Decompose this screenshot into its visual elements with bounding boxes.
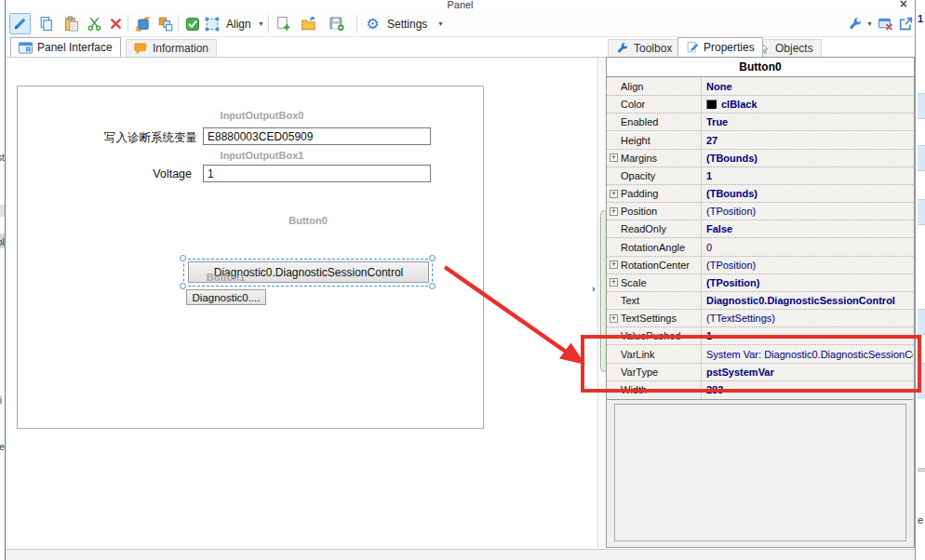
settings-dropdown[interactable]: Settings xyxy=(387,18,427,31)
property-row-color[interactable]: + Color clBlack xyxy=(607,96,913,113)
save-button[interactable] xyxy=(326,13,347,34)
expand-plus-icon[interactable]: + xyxy=(610,153,618,162)
property-label: Align xyxy=(621,81,643,92)
selection-handle[interactable] xyxy=(429,255,436,261)
expand-plus-icon[interactable]: + xyxy=(610,190,618,198)
property-value[interactable]: 1 xyxy=(706,330,712,341)
property-row-text[interactable]: + Text Diagnostic0.DiagnosticSessionCont… xyxy=(607,292,913,310)
property-label: Height xyxy=(621,135,650,146)
copy-button[interactable] xyxy=(35,13,57,34)
design-canvas[interactable]: InputOutputBox0 写入诊断系统变量 InputOutputBox1… xyxy=(17,86,484,429)
property-row-position[interactable]: + Position (TPosition) xyxy=(607,203,913,220)
property-value[interactable]: 0 xyxy=(706,242,712,253)
control-name-label: Button0 xyxy=(183,215,433,226)
wrench-icon xyxy=(848,17,863,32)
property-value[interactable]: (TTextSettings) xyxy=(706,313,775,324)
property-value[interactable]: Diagnostic0.DiagnosticSessionControl xyxy=(706,295,895,306)
paste-button[interactable] xyxy=(60,13,82,34)
selection-handle[interactable] xyxy=(180,283,186,289)
align-caret-icon[interactable]: ▼ xyxy=(258,20,264,27)
check-toggle-button[interactable] xyxy=(181,13,203,34)
new-page-plus-icon xyxy=(275,16,291,32)
splitter-collapse-icon[interactable]: › xyxy=(592,283,596,294)
window-titlebar[interactable]: Panel × xyxy=(6,0,915,11)
property-value[interactable]: True xyxy=(706,116,728,127)
close-button[interactable]: × xyxy=(900,0,907,10)
toolbar-separator xyxy=(356,15,357,33)
property-value[interactable]: 283 xyxy=(706,384,723,395)
io-box0-input[interactable] xyxy=(203,127,431,145)
properties-page-icon xyxy=(686,41,699,54)
property-value[interactable]: 27 xyxy=(706,135,717,146)
property-row-valuepushed[interactable]: + ValuePushed 1 xyxy=(607,327,913,345)
expand-plus-icon[interactable]: + xyxy=(610,278,618,287)
expand-plus-icon[interactable]: + xyxy=(610,207,618,216)
screenshot-root: { "window": { "title": "Panel", "close_g… xyxy=(0,0,925,560)
property-value[interactable]: (TPosition) xyxy=(706,260,756,271)
property-label: ReadOnly xyxy=(621,223,666,234)
align-dropdown[interactable]: Align xyxy=(226,18,251,31)
align-frame-button[interactable] xyxy=(203,13,221,34)
background-cell xyxy=(918,468,925,472)
property-row-textsettings[interactable]: + TextSettings (TTextSettings) xyxy=(607,310,913,327)
property-value[interactable]: (TPosition) xyxy=(706,206,756,217)
property-value[interactable]: 1 xyxy=(706,170,712,181)
property-label: Margins xyxy=(621,153,657,164)
property-value[interactable]: clBlack xyxy=(721,99,757,110)
property-row-opacity[interactable]: + Opacity 1 xyxy=(607,167,913,185)
designer-area[interactable]: InputOutputBox0 写入诊断系统变量 InputOutputBox1… xyxy=(8,58,593,549)
property-row-vartype[interactable]: + VarType pstSystemVar xyxy=(607,364,913,381)
io-box1-input[interactable] xyxy=(203,165,431,182)
close-panel-button[interactable] xyxy=(875,13,896,34)
property-row-height[interactable]: + Height 27 xyxy=(607,131,913,149)
bring-to-front-button[interactable] xyxy=(132,13,154,34)
tools-caret-icon[interactable]: ▼ xyxy=(866,20,873,27)
property-value[interactable]: (TBounds) xyxy=(706,153,757,164)
tab-toolbox[interactable]: Toolbox xyxy=(608,39,680,57)
property-row-align[interactable]: + Align None xyxy=(607,78,913,96)
property-label: VarLink xyxy=(621,349,654,360)
property-row-varlink[interactable]: + VarLink System Var: Diagnostic0.Diagno… xyxy=(607,345,913,363)
open-external-button[interactable] xyxy=(895,13,917,34)
property-label: Width xyxy=(621,384,647,395)
color-swatch xyxy=(706,100,717,110)
property-label: Position xyxy=(621,206,657,217)
property-label: Color xyxy=(621,99,645,110)
property-label: Scale xyxy=(621,277,647,288)
property-value[interactable]: (TBounds) xyxy=(706,188,757,199)
property-row-rotationcenter[interactable]: + RotationCenter (TPosition) xyxy=(607,257,913,274)
property-value[interactable]: None xyxy=(706,81,732,92)
property-value[interactable]: (TPosition) xyxy=(706,277,759,288)
property-row-margins[interactable]: + Margins (TBounds) xyxy=(607,150,913,167)
button1-control[interactable]: Diagnostic0.... xyxy=(186,289,266,305)
tab-panel-interface[interactable]: Panel Interface xyxy=(10,37,121,57)
tools-wrench-button[interactable] xyxy=(846,13,865,34)
open-button[interactable] xyxy=(298,13,319,34)
add-panel-button[interactable] xyxy=(273,13,294,34)
selection-handle[interactable] xyxy=(429,283,436,289)
settings-caret-icon[interactable]: ▼ xyxy=(437,20,444,27)
edit-mode-button[interactable] xyxy=(9,13,31,34)
background-cell xyxy=(918,309,925,335)
delete-button[interactable] xyxy=(105,13,127,34)
send-to-back-button[interactable] xyxy=(154,13,176,34)
expand-plus-icon[interactable]: + xyxy=(610,314,618,323)
property-row-readonly[interactable]: + ReadOnly False xyxy=(607,220,913,238)
property-row-enabled[interactable]: + Enabled True xyxy=(607,113,913,131)
tab-properties[interactable]: Properties xyxy=(677,37,763,57)
tab-information[interactable]: Information xyxy=(126,39,217,57)
property-row-scale[interactable]: + Scale (TPosition) xyxy=(607,274,913,292)
information-bubble-icon xyxy=(134,43,148,55)
control-name-label: Button1 xyxy=(186,272,265,283)
settings-gear-button[interactable]: ⚙ xyxy=(362,13,383,34)
property-row-rotationangle[interactable]: + RotationAngle 0 xyxy=(607,238,913,256)
cut-button[interactable] xyxy=(84,13,105,34)
property-row-padding[interactable]: + Padding (TBounds) xyxy=(607,185,913,203)
property-value[interactable]: False xyxy=(706,223,732,234)
expand-plus-icon[interactable]: + xyxy=(610,260,618,269)
property-value[interactable]: System Var: Diagnostic0.DiagnosticSessio… xyxy=(706,349,913,360)
property-row-width[interactable]: + Width 283 xyxy=(607,381,913,399)
property-value[interactable]: pstSystemVar xyxy=(706,367,774,378)
selection-handle[interactable] xyxy=(180,255,186,261)
window-title: Panel xyxy=(6,0,915,10)
